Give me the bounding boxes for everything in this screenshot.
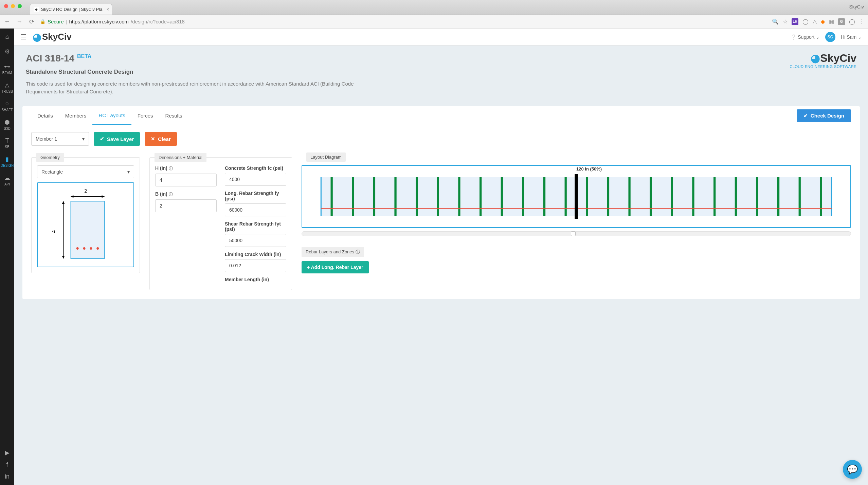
fc-input[interactable] (225, 173, 286, 186)
reload-button[interactable]: ⟳ (28, 18, 35, 25)
forward-button[interactable]: → (16, 18, 23, 25)
svg-marker-5 (62, 256, 65, 258)
rail-shaft[interactable]: ○SHAFT (0, 99, 14, 113)
b-input[interactable] (155, 199, 217, 212)
facebook-icon[interactable]: f (6, 461, 8, 468)
layout-diagram: 120 in (50%) (302, 165, 851, 228)
h-input[interactable] (155, 174, 217, 186)
tabs-row: Details Members RC Layouts Forces Result… (31, 106, 851, 125)
scrollbar-thumb[interactable] (571, 231, 576, 236)
geometry-panel: Geometry Rectangle▾ 2 4 (31, 157, 140, 273)
document-icon: ▮ (0, 156, 14, 163)
clear-button[interactable]: ✕Clear (145, 132, 177, 146)
browser-tab-strip: ◆ SkyCiv RC Design | SkyCiv Pla × SkyCiv (0, 0, 868, 15)
svg-marker-1 (71, 195, 73, 198)
url-input[interactable]: 🔒 Secure | https://platform.skyciv.com/d… (40, 19, 767, 24)
url-path: /design/rc?code=aci318 (131, 19, 185, 24)
member-select[interactable]: Member 1▾ (31, 132, 89, 146)
back-button[interactable]: ← (3, 18, 11, 25)
rail-beam[interactable]: ⊷BEAM (0, 61, 14, 76)
menu-kebab-icon[interactable]: ⋮ (859, 18, 865, 25)
shape-select[interactable]: Rectangle▾ (37, 165, 134, 178)
youtube-icon[interactable]: ▶ (5, 449, 10, 456)
fyt-input[interactable] (225, 234, 286, 247)
extension-triangle-icon[interactable]: △ (813, 18, 817, 25)
tab-results[interactable]: Results (159, 106, 188, 125)
info-icon[interactable]: ⓘ (169, 166, 173, 171)
app-topbar: ☰ ◕ SkyCiv ❔ Support ⌄ SC Hi Sam ⌄ (14, 29, 868, 46)
extension-circle2-icon[interactable]: ◯ (849, 18, 855, 25)
extension-calendar-icon[interactable]: ▦ (829, 18, 834, 25)
save-layer-button[interactable]: ✔Save Layer (94, 132, 140, 146)
rail-design[interactable]: ▮DESIGN (0, 154, 14, 169)
svg-rect-6 (71, 201, 104, 259)
add-rebar-layer-button[interactable]: + Add Long. Rebar Layer (302, 261, 369, 273)
rail-settings[interactable]: ⚙ (0, 47, 14, 57)
cube-icon: ⬢ (0, 119, 14, 126)
tab-details[interactable]: Details (31, 106, 59, 125)
zoom-icon[interactable]: 🔍 (772, 18, 779, 25)
svg-point-9 (90, 247, 92, 250)
logo-text: SkyCiv (42, 32, 72, 42)
tab-members[interactable]: Members (59, 106, 93, 125)
dimensions-panel: Dimensions + Material H (in) ⓘ B (in) ⓘ … (149, 157, 292, 290)
page-description: This code is used for designing concrete… (26, 80, 365, 95)
fy-label: Long. Rebar Strength fy (psi) (225, 191, 286, 201)
linkedin-icon[interactable]: in (5, 473, 10, 480)
rail-s3d[interactable]: ⬢S3D (0, 117, 14, 132)
height-dim-label: 4 (51, 230, 56, 233)
chat-fab[interactable]: 💬 (843, 460, 862, 479)
b-label: B (in) ⓘ (155, 191, 217, 197)
minimize-window-icon[interactable] (11, 4, 15, 8)
crack-label: Limiting Crack Width (in) (225, 252, 286, 257)
crack-input[interactable] (225, 259, 286, 272)
truss-icon: △ (0, 82, 14, 89)
support-link[interactable]: ❔ Support ⌄ (791, 34, 820, 40)
tab-title: SkyCiv RC Design | SkyCiv Pla (41, 7, 102, 12)
cloud-icon: ☁ (0, 174, 14, 182)
app-logo[interactable]: ◕ SkyCiv (33, 31, 72, 43)
brand-tagline: CLOUD ENGINEERING SOFTWARE (790, 65, 856, 69)
address-bar: ← → ⟳ 🔒 Secure | https://platform.skyciv… (0, 15, 868, 29)
extension-lh[interactable]: LH (792, 18, 798, 25)
main-card: Details Members RC Layouts Forces Result… (22, 106, 860, 299)
extension-fox-icon[interactable]: ◆ (821, 18, 825, 25)
user-greeting[interactable]: Hi Sam ⌄ (841, 34, 862, 40)
tab-forces[interactable]: Forces (131, 106, 159, 125)
tab-close-icon[interactable]: × (107, 7, 109, 12)
browser-tab[interactable]: ◆ SkyCiv RC Design | SkyCiv Pla × (30, 4, 112, 15)
rail-home[interactable]: ⌂ (0, 32, 14, 42)
svg-point-8 (83, 247, 86, 250)
hamburger-icon[interactable]: ☰ (20, 33, 26, 41)
logo-swirl-icon: ◕ (33, 31, 41, 43)
bookmark-icon[interactable]: ☆ (783, 18, 788, 25)
info-icon[interactable]: ⓘ (356, 249, 360, 254)
extension-circle-icon[interactable]: ◯ (802, 18, 809, 25)
extension-g[interactable]: G (838, 18, 845, 25)
beam-icon: ⊷ (0, 63, 14, 70)
layout-scrollbar[interactable] (302, 231, 851, 236)
intro-block: ACI 318-14 BETA Standalone Structural Co… (14, 46, 868, 103)
avatar[interactable]: SC (825, 32, 835, 42)
maximize-window-icon[interactable] (18, 4, 22, 8)
fy-input[interactable] (225, 203, 286, 216)
gear-icon: ⚙ (0, 48, 14, 55)
help-icon: ❔ (791, 34, 796, 40)
cross-section-diagram: 2 4 (37, 182, 134, 267)
svg-point-10 (96, 247, 99, 250)
secure-label: Secure (48, 19, 64, 24)
rail-sb[interactable]: TSB (0, 136, 14, 150)
brand-swirl-icon: ◕ (811, 52, 820, 64)
rail-api[interactable]: ☁API (0, 173, 14, 187)
fyt-label: Shear Rebar Strength fyt (psi) (225, 221, 286, 232)
home-icon: ⌂ (0, 33, 14, 40)
info-icon[interactable]: ⓘ (169, 192, 173, 197)
beta-badge: BETA (77, 53, 91, 59)
chevron-down-icon: ▾ (127, 169, 130, 175)
check-design-button[interactable]: ✔Check Design (797, 109, 851, 122)
rail-truss[interactable]: △TRUSS (0, 80, 14, 95)
tab-rc-layouts[interactable]: RC Layouts (92, 106, 131, 125)
browser-brand-label: SkyCiv (849, 4, 864, 10)
left-nav-rail: ⌂ ⚙ ⊷BEAM △TRUSS ○SHAFT ⬢S3D TSB ▮DESIGN… (0, 29, 14, 485)
close-window-icon[interactable] (4, 4, 8, 8)
